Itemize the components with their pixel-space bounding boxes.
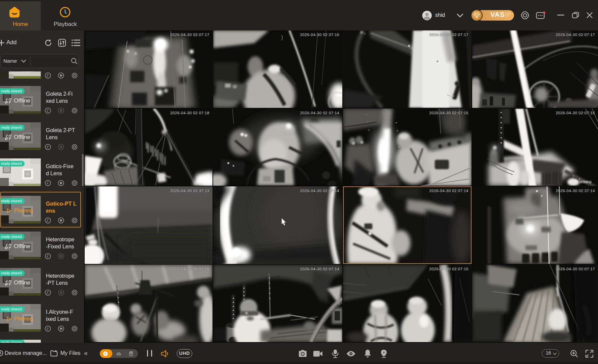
svg-text:imou: imou — [579, 179, 592, 184]
